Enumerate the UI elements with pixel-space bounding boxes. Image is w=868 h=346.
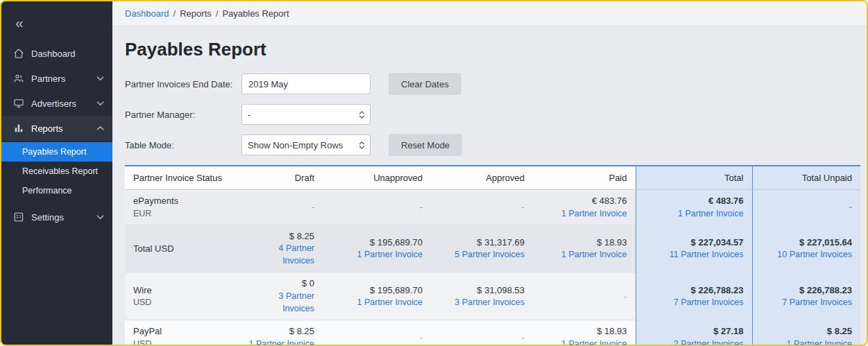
sidebar-nav: Dashboard Partners Advertisers: [1, 41, 112, 230]
cell-unapproved: $ 195,689.70 1 Partner Invoice: [323, 273, 431, 320]
cell-paid: $ 18.93 1 Partner Invoice: [533, 320, 636, 345]
breadcrumb-dashboard-link[interactable]: Dashboard: [125, 8, 169, 19]
row-status: PayPal USD: [125, 320, 239, 345]
cell-unapproved: -: [323, 190, 431, 225]
filter-row-end-date: Partner Invoices End Date: Clear Dates: [125, 73, 858, 95]
table-mode-label: Table Mode:: [125, 140, 241, 150]
sidebar-item-label: Settings: [31, 212, 64, 223]
sidebar-item-performance[interactable]: Performance: [1, 181, 112, 200]
filter-row-partner-manager: Partner Manager: -: [125, 104, 858, 125]
col-header-total: Total: [636, 166, 752, 190]
main-area: Dashboard / Reports / Payables Report Pa…: [112, 1, 867, 345]
partners-icon: [13, 73, 24, 84]
cell-paid: € 483.76 1 Partner Invoice: [533, 190, 636, 225]
cell-draft: -: [239, 190, 323, 225]
sidebar-item-reports[interactable]: Reports: [1, 116, 112, 141]
end-date-input[interactable]: [241, 73, 371, 94]
partner-invoices-link[interactable]: 7 Partner Invoices: [761, 296, 853, 309]
cell-total-unpaid: -: [752, 190, 860, 225]
sidebar-item-receivables-report[interactable]: Receivables Report: [1, 162, 112, 181]
payment-method-currency: EUR: [133, 207, 231, 220]
cell-total-unpaid: $ 8.25 1 Partner Invoice: [752, 320, 860, 345]
end-date-label: Partner Invoices End Date:: [125, 79, 241, 89]
select-arrows-icon: [359, 141, 365, 149]
clear-dates-button[interactable]: Clear Dates: [389, 73, 461, 95]
partner-invoices-link[interactable]: 1 Partner Invoice: [541, 338, 627, 345]
table-mode-value: Show Non-Empty Rows: [248, 140, 343, 150]
table-row: PayPal USD $ 8.25 1 Partner Invoice -: [125, 320, 860, 345]
partner-manager-value: -: [248, 110, 250, 120]
sidebar-item-label: Dashboard: [31, 49, 76, 59]
partner-invoices-link[interactable]: 4 Partner Invoices: [248, 242, 314, 267]
select-arrows-icon: [359, 111, 365, 119]
partner-invoices-link[interactable]: 1 Partner Invoice: [761, 338, 853, 345]
payment-method-currency: USD: [133, 338, 231, 345]
partner-invoices-link[interactable]: 2 Partner Invoices: [645, 338, 744, 345]
sidebar-item-settings[interactable]: Settings: [1, 205, 112, 230]
table-row: Total USD $ 8.25 4 Partner Invoices $ 19…: [125, 225, 860, 273]
row-status: Total USD: [125, 225, 239, 273]
sidebar-item-label: Reports: [31, 123, 63, 134]
partner-invoices-link[interactable]: 5 Partner Invoices: [439, 248, 525, 261]
sidebar-item-dashboard[interactable]: Dashboard: [1, 41, 112, 66]
reset-mode-button[interactable]: Reset Mode: [389, 134, 462, 156]
partner-invoices-link[interactable]: 10 Partner Invoices: [761, 248, 853, 261]
cell-paid: -: [533, 273, 636, 320]
partner-manager-select[interactable]: -: [241, 104, 371, 125]
sidebar-collapse-button[interactable]: «: [1, 10, 112, 41]
payment-method-name: Total USD: [133, 243, 231, 255]
partner-invoices-link[interactable]: 11 Partner Invoices: [645, 248, 744, 261]
cell-approved: $ 31,098.53 3 Partner Invoices: [431, 273, 533, 320]
sidebar-item-payables-report[interactable]: Payables Report: [1, 142, 112, 162]
breadcrumb-separator: /: [173, 8, 176, 19]
partner-invoices-link[interactable]: 3 Partner Invoices: [439, 296, 525, 309]
chevron-up-icon: [96, 126, 104, 131]
cell-draft: $ 8.25 1 Partner Invoice: [239, 320, 323, 345]
partner-invoices-link[interactable]: 1 Partner Invoice: [541, 248, 627, 261]
sidebar-item-advertisers[interactable]: Advertisers: [1, 91, 112, 116]
partner-invoices-link[interactable]: 1 Partner Invoice: [331, 248, 423, 261]
breadcrumb-separator: /: [216, 8, 219, 19]
filter-row-table-mode: Table Mode: Show Non-Empty Rows Reset Mo…: [125, 134, 858, 156]
partner-invoices-link[interactable]: 1 Partner Invoice: [248, 338, 314, 345]
chevron-down-icon: [96, 76, 104, 81]
cell-approved: -: [431, 320, 533, 345]
cell-total: € 483.76 1 Partner Invoice: [636, 190, 752, 225]
partner-invoices-link[interactable]: 1 Partner Invoice: [645, 207, 744, 220]
col-header-approved: Approved: [431, 166, 533, 190]
payables-table: Partner Invoice Status Draft Unapproved …: [125, 165, 860, 345]
partner-invoices-link[interactable]: 7 Partner Invoices: [645, 296, 744, 309]
cell-approved: -: [431, 190, 533, 225]
table-mode-select[interactable]: Show Non-Empty Rows: [241, 135, 371, 155]
payment-method-name: PayPal: [133, 325, 231, 338]
partner-invoices-link[interactable]: 1 Partner Invoice: [541, 207, 627, 220]
cell-total: $ 227,034.57 11 Partner Invoices: [636, 225, 752, 273]
sidebar: « Dashboard Partners: [1, 1, 112, 345]
table-header-row: Partner Invoice Status Draft Unapproved …: [125, 166, 860, 190]
sidebar-item-partners[interactable]: Partners: [1, 66, 112, 91]
monitor-icon: [13, 98, 24, 109]
row-status: ePayments EUR: [125, 190, 239, 225]
col-header-draft: Draft: [239, 166, 323, 190]
col-header-unapproved: Unapproved: [323, 166, 431, 190]
sidebar-item-label: Advertisers: [31, 98, 76, 109]
cell-total: $ 226,788.23 7 Partner Invoices: [636, 273, 752, 320]
cell-total-unpaid: $ 227,015.64 10 Partner Invoices: [752, 225, 860, 273]
app-window: « Dashboard Partners: [0, 0, 868, 346]
partner-invoices-link[interactable]: 3 Partner Invoices: [248, 290, 314, 315]
col-header-total-unpaid: Total Unpaid: [752, 166, 860, 190]
page-content: Payables Report Partner Invoices End Dat…: [112, 26, 867, 345]
chevron-down-icon: [96, 101, 104, 106]
breadcrumb-reports: Reports: [180, 8, 212, 19]
cell-total-unpaid: $ 226,788.23 7 Partner Invoices: [752, 273, 860, 320]
row-status: Wire USD: [125, 273, 239, 320]
col-header-status: Partner Invoice Status: [125, 166, 239, 190]
home-icon: [13, 48, 24, 59]
cell-draft: $ 8.25 4 Partner Invoices: [239, 225, 323, 273]
cell-unapproved: $ 195,689.70 1 Partner Invoice: [323, 225, 431, 273]
partner-manager-label: Partner Manager:: [125, 110, 241, 120]
sidebar-item-label: Partners: [31, 73, 65, 84]
partner-invoices-link[interactable]: 1 Partner Invoice: [331, 296, 423, 309]
payment-method-currency: USD: [133, 296, 231, 309]
settings-icon: [13, 211, 24, 223]
